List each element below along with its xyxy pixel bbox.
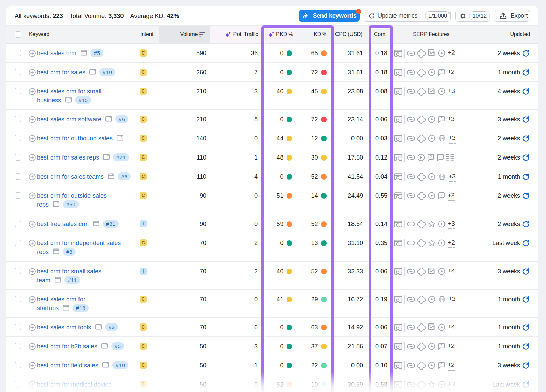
svg-text:?: ?	[440, 193, 442, 197]
svg-text:?: ?	[430, 155, 432, 159]
svg-text:?: ?	[440, 344, 442, 348]
svg-text:?: ?	[440, 363, 442, 367]
svg-text:?: ?	[440, 70, 442, 74]
svg-text:?: ?	[440, 117, 442, 121]
